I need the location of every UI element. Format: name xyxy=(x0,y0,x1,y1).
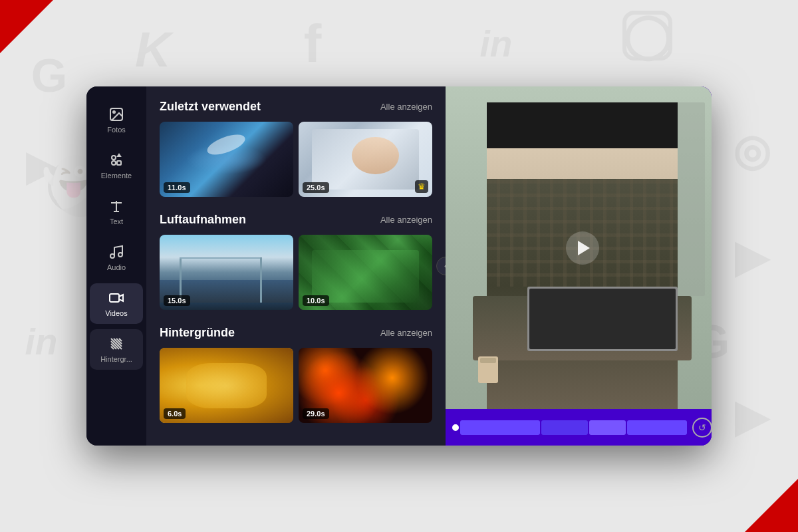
timeline-position-dot xyxy=(452,424,459,431)
bg-linkedin-icon-left: in xyxy=(8,309,74,375)
sidebar-item-videos[interactable]: Videos xyxy=(90,283,143,324)
video-duration-piggy: 25.0s xyxy=(303,182,329,193)
section-header-hint: Hintergründe Alle anzeigen xyxy=(160,326,432,340)
timeline-track xyxy=(452,418,687,437)
bg-youtube-icon-br: ▶ xyxy=(718,383,785,450)
section-header-luft: Luftaufnahmen Alle anzeigen xyxy=(160,213,432,227)
section-title-hint: Hintergründe xyxy=(160,326,235,340)
section-zuletzt-verwendet: Zuletzt verwendet Alle anzeigen 11.0s xyxy=(160,100,432,197)
sidebar-videos-label: Videos xyxy=(105,309,127,317)
bg-google-icon: G xyxy=(16,43,82,109)
coffee-cup xyxy=(478,356,498,383)
video-duration-leaves: 10.0s xyxy=(303,295,329,306)
play-button[interactable] xyxy=(566,231,599,265)
video-icon xyxy=(108,290,124,306)
timeline-segment-2[interactable] xyxy=(541,420,588,435)
video-thumb-bokeh[interactable]: 29.0s xyxy=(299,348,432,423)
refresh-icon: ↺ xyxy=(698,422,706,433)
bg-instagram-icon-top: ◯ xyxy=(622,11,672,61)
section-hintergruende: Hintergründe Alle anzeigen 6.0s 29.0s xyxy=(160,326,432,423)
svg-point-8 xyxy=(110,254,114,258)
section-title-luft: Luftaufnahmen xyxy=(160,213,246,227)
timeline-segment-1[interactable] xyxy=(460,420,540,435)
audio-icon xyxy=(108,244,124,260)
video-thumb-leaves[interactable]: 10.0s xyxy=(299,235,432,310)
sidebar-text-label: Text xyxy=(110,217,123,225)
video-grid-hint: 6.0s 29.0s xyxy=(160,348,432,423)
timeline-segment-3[interactable] xyxy=(589,420,626,435)
sidebar-item-fotos[interactable]: Fotos xyxy=(90,100,143,140)
video-duration-bokeh: 29.0s xyxy=(303,408,329,419)
video-duration-bridge: 15.0s xyxy=(164,295,190,306)
show-all-link-hint[interactable]: Alle anzeigen xyxy=(380,328,432,338)
section-header-zuletzt: Zuletzt verwendet Alle anzeigen xyxy=(160,100,432,114)
section-title-zuletzt: Zuletzt verwendet xyxy=(160,100,261,114)
svg-point-2 xyxy=(112,156,116,160)
chevron-left-icon: ‹ xyxy=(444,261,446,271)
text-icon xyxy=(108,198,124,214)
sidebar-hintergrunde-label: Hintergr... xyxy=(100,355,132,363)
crown-badge: ♛ xyxy=(415,180,428,193)
video-grid-zuletzt: 11.0s 25.0s ♛ xyxy=(160,122,432,197)
video-thumb-aerial[interactable]: 11.0s xyxy=(160,122,293,197)
video-grid-luft: 15.0s 10.0s xyxy=(160,235,432,310)
video-thumb-flowers[interactable]: 6.0s xyxy=(160,348,293,423)
sidebar-fotos-label: Fotos xyxy=(107,126,126,134)
video-thumb-bridge[interactable]: 15.0s xyxy=(160,235,293,310)
sidebar-audio-label: Audio xyxy=(107,263,126,271)
video-thumb-piggy[interactable]: 25.0s ♛ xyxy=(299,122,432,197)
preview-panel: ↺ xyxy=(446,86,712,446)
show-all-link-luft[interactable]: Alle anzeigen xyxy=(380,215,432,225)
bg-facebook-icon: f xyxy=(279,11,346,77)
sidebar-elemente-label: Elemente xyxy=(101,172,132,180)
video-duration-flowers: 6.0s xyxy=(164,408,186,419)
svg-rect-10 xyxy=(110,294,119,302)
laptop-base xyxy=(527,287,678,351)
show-all-link-zuletzt[interactable]: Alle anzeigen xyxy=(380,102,432,112)
sidebar-item-text[interactable]: Text xyxy=(90,192,143,232)
background-icon xyxy=(108,336,124,352)
bg-youtube-icon-right: ▶ xyxy=(718,223,785,290)
timeline-segment-4[interactable] xyxy=(627,420,687,435)
sidebar-item-audio[interactable]: Audio xyxy=(90,237,143,278)
app-container: Fotos Elemente Text xyxy=(86,86,712,446)
timeline-area: ↺ xyxy=(446,409,712,446)
video-duration-aerial: 11.0s xyxy=(164,182,190,193)
elements-icon xyxy=(108,152,124,168)
svg-point-9 xyxy=(118,253,122,257)
sidebar: Fotos Elemente Text xyxy=(86,86,146,446)
svg-point-1 xyxy=(113,111,115,113)
bg-instagram-icon-right: ◎ xyxy=(718,117,785,184)
sidebar-item-hintergrunde[interactable]: Hintergr... xyxy=(90,329,143,370)
bg-linkedin-icon-top: in xyxy=(463,11,529,77)
bg-k-icon: K xyxy=(120,16,186,82)
refresh-button[interactable]: ↺ xyxy=(692,418,712,438)
photos-icon xyxy=(108,106,124,122)
preview-video-area xyxy=(446,86,712,409)
sidebar-item-elemente[interactable]: Elemente xyxy=(90,146,143,186)
collapse-button[interactable]: ‹ xyxy=(436,257,446,275)
middle-panel: ‹ Zuletzt verwendet Alle anzeigen 11.0s xyxy=(146,86,446,446)
section-luftaufnahmen: Luftaufnahmen Alle anzeigen 15.0s xyxy=(160,213,432,310)
svg-rect-3 xyxy=(117,161,121,165)
svg-point-4 xyxy=(112,161,116,165)
play-icon xyxy=(578,241,590,255)
